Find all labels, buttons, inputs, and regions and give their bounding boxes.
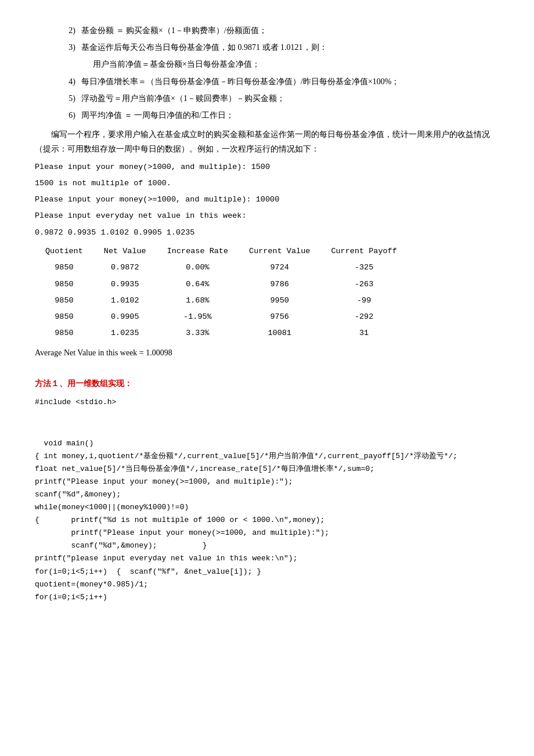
item-3-text: 基金运作后每天公布当日每份基金净值，如 0.9871 或者 1.0121，则： <box>81 43 327 52</box>
item-4-num: 4) <box>58 74 75 89</box>
col-header-current-value: Current Value <box>239 243 320 260</box>
col-header-current-payoff: Current Payoff <box>320 243 407 260</box>
net-values: 0.9872 0.9935 1.0102 0.9905 1.0235 <box>35 226 499 240</box>
input-line-3: Please input everyday net value in this … <box>35 209 499 223</box>
item-3-num: 3) <box>58 40 75 55</box>
item-6-text: 周平均净值 ＝ 一周每日净值的和/工作日； <box>81 111 234 120</box>
table-row: 98500.98720.00%9724-325 <box>35 260 407 276</box>
table-row: 98501.02353.33%1008131 <box>35 325 407 341</box>
item-5: 5)浮动盈亏＝用户当前净值×（1－赎回费率）－购买金额； <box>58 91 499 106</box>
average-line: Average Net Value in this week = 1.00098 <box>35 345 499 360</box>
input-line-1: Please input your money(>1000, and multi… <box>35 160 499 174</box>
item-5-text: 浮动盈亏＝用户当前净值×（1－赎回费率）－购买金额； <box>81 94 285 103</box>
col-header-increase-rate: Increase Rate <box>157 243 239 260</box>
error-line-1: 1500 is not multiple of 1000. <box>35 177 499 190</box>
table-row: 98500.9905-1.95%9756-292 <box>35 309 407 325</box>
item-5-num: 5) <box>58 91 75 106</box>
item-4-text: 每日净值增长率＝（当日每份基金净值－昨日每份基金净值）/昨日每份基金净值×100… <box>81 77 399 86</box>
item-2-text: 基金份额 ＝ 购买金额×（1－申购费率）/份额面值； <box>81 26 267 35</box>
item-6-num: 6) <box>58 108 75 123</box>
item-3: 3)基金运作后每天公布当日每份基金净值，如 0.9871 或者 1.0121，则… <box>58 40 499 55</box>
input-line-2: Please input your money(>=1000, and mult… <box>35 193 499 207</box>
table-row: 98500.99350.64%9786-263 <box>35 276 407 293</box>
col-header-quotient: Quotient <box>35 243 93 260</box>
item-2: 2)基金份额 ＝ 购买金额×（1－申购费率）/份额面值； <box>58 23 499 38</box>
data-table: Quotient Net Value Increase Rate Current… <box>35 243 407 342</box>
include-line: #include <stdio.h> <box>35 395 499 409</box>
method-title: 方法１、用一维数组实现： <box>35 376 499 391</box>
item-3-sub-text: 用户当前净值＝基金份额×当日每份基金净值； <box>93 60 260 69</box>
paragraph1: 编写一个程序，要求用户输入在基金成立时的购买金额和基金运作第一周的每日每份基金净… <box>35 127 499 156</box>
item-2-num: 2) <box>58 23 75 38</box>
item-6: 6)周平均净值 ＝ 一周每日净值的和/工作日； <box>58 108 499 123</box>
table-row: 98501.01021.68%9950-99 <box>35 293 407 309</box>
item-4: 4)每日净值增长率＝（当日每份基金净值－昨日每份基金净值）/昨日每份基金净值×1… <box>58 74 499 89</box>
code-block: void main() { int money,i,quotient/*基金份额… <box>35 424 499 604</box>
col-header-net-value: Net Value <box>93 243 157 260</box>
item-3-sub: 用户当前净值＝基金份额×当日每份基金净值； <box>93 57 499 71</box>
